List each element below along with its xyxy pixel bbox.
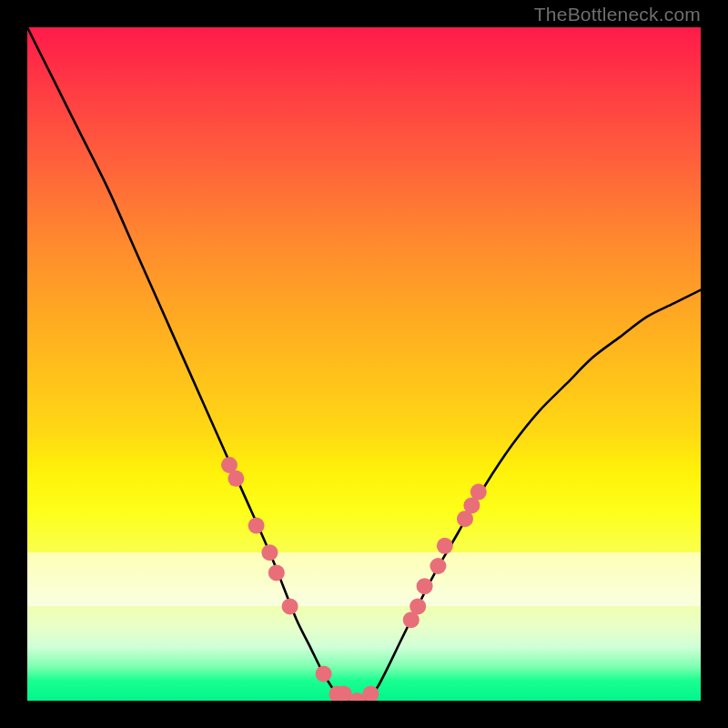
data-point — [268, 564, 285, 581]
data-point — [316, 665, 332, 682]
data-point — [437, 538, 453, 554]
data-point — [261, 544, 278, 561]
data-point — [410, 598, 426, 614]
data-point — [470, 484, 487, 500]
plot-area — [27, 27, 701, 701]
chart-svg — [27, 27, 701, 701]
data-point — [417, 578, 433, 594]
watermark-text: TheBottleneck.com — [534, 4, 701, 25]
data-point — [248, 518, 265, 534]
data-point — [430, 558, 446, 574]
data-point — [282, 598, 298, 614]
curve-markers — [221, 457, 487, 701]
chart-frame: TheBottleneck.com — [0, 0, 728, 728]
data-point — [228, 470, 244, 487]
bottleneck-curve — [27, 27, 701, 701]
